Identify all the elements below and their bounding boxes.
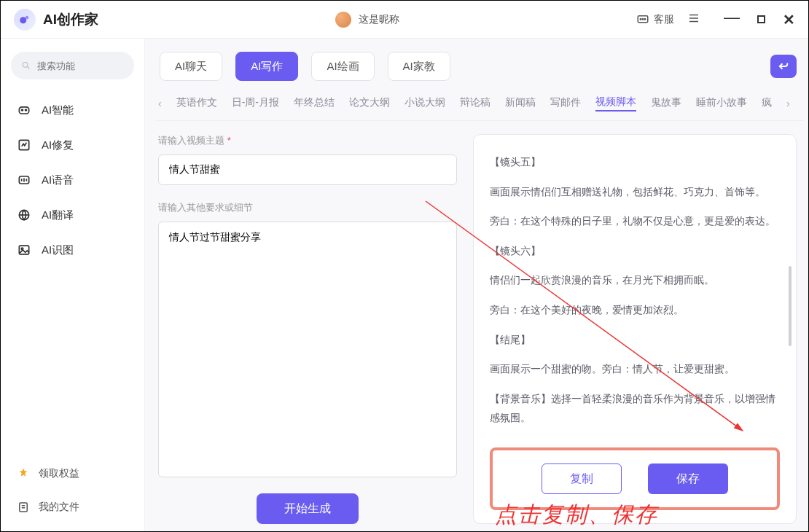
sidebar: AI智能 AI修复 AI语音 AI翻译 AI识图 领取权益 [1,39,145,531]
svg-point-1 [26,15,29,19]
sidebar-item-label: 我的文件 [39,501,79,514]
detail-textarea[interactable] [158,222,457,477]
sidebar-item-label: 领取权益 [39,467,79,480]
output-panel: 【镜头五】 画面展示情侣们互相赠送礼物，包括鲜花、巧克力、首饰等。 旁白：在这个… [473,134,797,524]
customer-service-button[interactable]: 客服 [636,13,674,26]
subtab-item[interactable]: 英语作文 [176,96,217,111]
output-line: 旁白：在这个特殊的日子里，礼物不仅是心意，更是爱的表达。 [490,211,780,231]
input-panel: 请输入视频主题 * 请输入其他要求或细节 开始生成 [158,134,457,524]
detail-label: 请输入其他要求或细节 [158,201,457,214]
window-minimize-button[interactable]: — [724,9,740,26]
sidebar-item-ai-repair[interactable]: AI修复 [11,128,134,163]
svg-point-13 [26,109,27,111]
tab-ai-tutor[interactable]: AI家教 [388,52,450,81]
sidebar-item-label: AI翻译 [42,208,74,222]
output-scrollbar[interactable] [789,266,792,346]
main-area: AI聊天 AI写作 AI绘画 AI家教 ‹ 英语作文 日-周-月报 年终总结 论… [145,39,808,531]
theme-label: 请输入视频主题 * [158,134,457,147]
subtab-item[interactable]: 论文大纲 [349,96,390,111]
app-logo-icon [14,9,36,31]
copy-button[interactable]: 复制 [542,463,622,494]
search-box[interactable] [11,52,134,79]
theme-input[interactable] [158,154,457,185]
return-icon [777,60,790,73]
subtab-item[interactable]: 睡前小故事 [696,96,747,111]
sidebar-item-label: AI智能 [42,103,74,117]
sub-tabs: ‹ 英语作文 日-周-月报 年终总结 论文大纲 小说大纲 辩论稿 新闻稿 写邮件… [155,95,804,121]
sidebar-item-label: AI识图 [42,243,74,257]
output-line: 画面展示情侣们互相赠送礼物，包括鲜花、巧克力、首饰等。 [490,182,780,202]
tab-ai-write[interactable]: AI写作 [235,52,298,81]
window-close-button[interactable]: ✕ [783,12,795,27]
tab-ai-draw[interactable]: AI绘画 [311,52,374,81]
output-line: 【镜头五】 [490,152,780,172]
subtabs-next[interactable]: › [786,98,790,109]
subtab-item[interactable]: 年终总结 [294,96,335,111]
window-maximize-button[interactable] [757,15,765,23]
app-title: AI创作家 [43,10,98,29]
sidebar-item-label: AI语音 [42,173,74,187]
output-actions-highlight: 复制 保存 [490,447,780,510]
sidebar-item-label: AI修复 [42,138,74,152]
svg-point-9 [23,62,28,67]
svg-point-12 [22,109,23,111]
sidebar-rewards[interactable]: 领取权益 [11,457,134,490]
ai-smart-icon [17,103,31,117]
app-window: AI创作家 这是昵称 客服 — ✕ [0,0,809,532]
subtab-item[interactable]: 日-周-月报 [232,96,279,111]
file-icon [17,501,30,514]
subtab-item[interactable]: 辩论稿 [460,96,491,111]
user-avatar[interactable] [335,12,351,28]
search-input[interactable] [37,60,124,71]
ai-repair-icon [17,138,31,152]
return-button[interactable] [770,55,797,78]
subtabs-prev[interactable]: ‹ [158,98,162,109]
subtab-item[interactable]: 写邮件 [550,96,581,111]
output-line: 旁白：在这个美好的夜晚，爱情更加浓烈。 [490,300,780,320]
subtab-item-active[interactable]: 视频脚本 [595,95,636,112]
tab-ai-chat[interactable]: AI聊天 [160,52,222,81]
svg-point-3 [640,18,641,20]
customer-service-label: 客服 [654,13,674,26]
output-line: 画面展示一个甜蜜的吻。旁白：情人节，让爱更甜蜜。 [490,359,780,379]
ai-voice-icon [17,173,31,187]
sidebar-item-ai-voice[interactable]: AI语音 [11,163,134,197]
sidebar-item-ai-smart[interactable]: AI智能 [11,93,134,128]
subtab-item[interactable]: 鬼故事 [651,96,681,111]
ai-translate-icon [17,208,31,222]
generate-button[interactable]: 开始生成 [257,493,359,524]
svg-line-10 [27,67,29,69]
ai-image-icon [17,243,31,257]
sidebar-item-ai-image[interactable]: AI识图 [11,232,134,267]
search-icon [21,60,31,71]
titlebar: AI创作家 这是昵称 客服 — ✕ [1,1,808,39]
save-button[interactable]: 保存 [648,463,728,494]
output-text: 【镜头五】 画面展示情侣们互相赠送礼物，包括鲜花、巧克力、首饰等。 旁白：在这个… [490,152,780,443]
svg-point-5 [644,18,646,20]
sidebar-item-ai-translate[interactable]: AI翻译 [11,197,134,232]
sidebar-myfiles[interactable]: 我的文件 [11,490,134,524]
subtab-item[interactable]: 疯 [762,96,772,111]
svg-rect-11 [19,107,28,114]
output-line: 【结尾】 [490,330,780,350]
top-tabs: AI聊天 AI写作 AI绘画 AI家教 [155,52,804,81]
user-nickname[interactable]: 这是昵称 [359,13,399,26]
subtab-item[interactable]: 新闻稿 [505,96,536,111]
output-line: 情侣们一起欣赏浪漫的音乐，在月光下相拥而眠。 [490,270,780,290]
reward-icon [17,467,30,480]
subtab-item[interactable]: 小说大纲 [404,96,445,111]
menu-icon[interactable] [687,12,700,28]
svg-point-4 [642,18,644,20]
output-line: 【镜头六】 [490,241,780,261]
output-line: 【背景音乐】选择一首轻柔浪漫的音乐作为背景音乐，以增强情感氛围。 [490,389,780,428]
